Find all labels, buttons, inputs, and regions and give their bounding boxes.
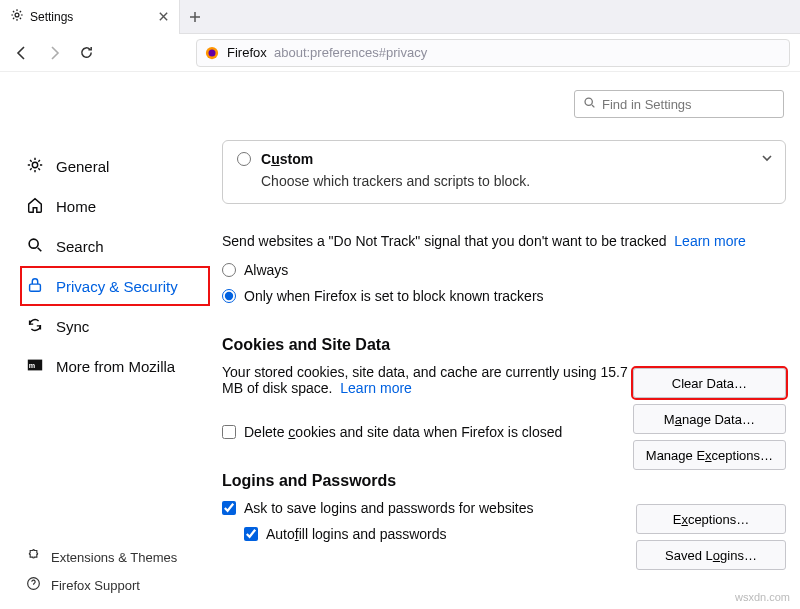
sidebar: General Home Search Privacy & Security S… [0, 72, 210, 609]
sidebar-item-search[interactable]: Search [26, 226, 210, 266]
dnt-always-label: Always [244, 262, 288, 278]
sidebar-item-label: Search [56, 238, 104, 255]
ask-save-label: Ask to save logins and passwords for web… [244, 500, 533, 516]
sidebar-item-general[interactable]: General [26, 146, 210, 186]
chevron-down-icon[interactable] [761, 151, 773, 167]
sidebar-item-label: More from Mozilla [56, 358, 175, 375]
ask-save-checkbox[interactable] [222, 501, 236, 515]
sidebar-item-label: Home [56, 198, 96, 215]
sidebar-item-label: General [56, 158, 109, 175]
puzzle-icon [26, 548, 41, 566]
manage-exceptions-button[interactable]: Manage Exceptions… [633, 440, 786, 470]
sidebar-footer-label: Extensions & Themes [51, 550, 177, 565]
dnt-section: Send websites a "Do Not Track" signal th… [222, 230, 786, 304]
sidebar-item-label: Privacy & Security [56, 278, 178, 295]
custom-protection-card[interactable]: Custom Choose which trackers and scripts… [222, 140, 786, 204]
dnt-onlyblock-label: Only when Firefox is set to block known … [244, 288, 544, 304]
url-bar[interactable]: Firefox about:preferences#privacy [196, 39, 790, 67]
sidebar-item-sync[interactable]: Sync [26, 306, 210, 346]
autofill-label: Autofill logins and passwords [266, 526, 447, 542]
gear-icon [26, 156, 44, 177]
cookies-desc: Your stored cookies, site data, and cach… [222, 364, 628, 396]
svg-rect-5 [30, 284, 41, 291]
dnt-onlyblock-radio[interactable] [222, 289, 236, 303]
dnt-learn-more[interactable]: Learn more [674, 233, 746, 249]
search-icon [583, 96, 596, 112]
clear-data-button[interactable]: Clear Data… [633, 368, 786, 398]
watermark: wsxdn.com [735, 591, 790, 603]
sidebar-extensions[interactable]: Extensions & Themes [26, 543, 210, 571]
delete-on-close-label: Delete cookies and site data when Firefo… [244, 424, 562, 440]
sidebar-support[interactable]: Firefox Support [26, 571, 210, 599]
search-icon [26, 236, 44, 257]
custom-subtext: Choose which trackers and scripts to blo… [261, 173, 771, 189]
tab-settings[interactable]: Settings [0, 0, 180, 34]
url-text: Firefox about:preferences#privacy [227, 45, 427, 60]
sidebar-item-home[interactable]: Home [26, 186, 210, 226]
autofill-checkbox[interactable] [244, 527, 258, 541]
lock-icon [26, 276, 44, 297]
search-placeholder: Find in Settings [602, 97, 692, 112]
sidebar-item-label: Sync [56, 318, 89, 335]
back-button[interactable] [10, 41, 34, 65]
tab-title: Settings [30, 10, 152, 24]
help-icon [26, 576, 41, 594]
cookies-learn-more[interactable]: Learn more [340, 380, 412, 396]
svg-point-0 [15, 13, 19, 17]
new-tab-button[interactable] [180, 11, 210, 23]
gear-icon [10, 8, 24, 25]
sync-icon [26, 316, 44, 337]
dnt-text: Send websites a "Do Not Track" signal th… [222, 233, 667, 249]
forward-button[interactable] [42, 41, 66, 65]
svg-point-9 [585, 98, 592, 105]
settings-search[interactable]: Find in Settings [574, 90, 784, 118]
sidebar-footer-label: Firefox Support [51, 578, 140, 593]
custom-radio[interactable] [237, 152, 251, 166]
saved-logins-button[interactable]: Saved Logins… [636, 540, 786, 570]
logins-heading: Logins and Passwords [222, 472, 786, 490]
main-content: Find in Settings Custom Choose which tra… [210, 72, 800, 609]
reload-button[interactable] [74, 41, 98, 65]
home-icon [26, 196, 44, 217]
custom-label: Custom [261, 151, 313, 167]
sidebar-item-privacy[interactable]: Privacy & Security [20, 266, 210, 306]
cookies-heading: Cookies and Site Data [222, 336, 786, 354]
svg-point-3 [32, 162, 37, 167]
close-icon[interactable] [158, 9, 169, 25]
dnt-always-radio[interactable] [222, 263, 236, 277]
logins-exceptions-button[interactable]: Exceptions… [636, 504, 786, 534]
sidebar-item-more-mozilla[interactable]: m More from Mozilla [26, 346, 210, 386]
toolbar: Firefox about:preferences#privacy [0, 34, 800, 72]
manage-data-button[interactable]: Manage Data… [633, 404, 786, 434]
delete-on-close-checkbox[interactable] [222, 425, 236, 439]
tab-bar: Settings [0, 0, 800, 34]
svg-point-2 [209, 49, 216, 56]
mozilla-icon: m [26, 356, 44, 377]
svg-point-4 [29, 239, 38, 248]
svg-text:m: m [29, 360, 35, 369]
firefox-icon [205, 46, 219, 60]
